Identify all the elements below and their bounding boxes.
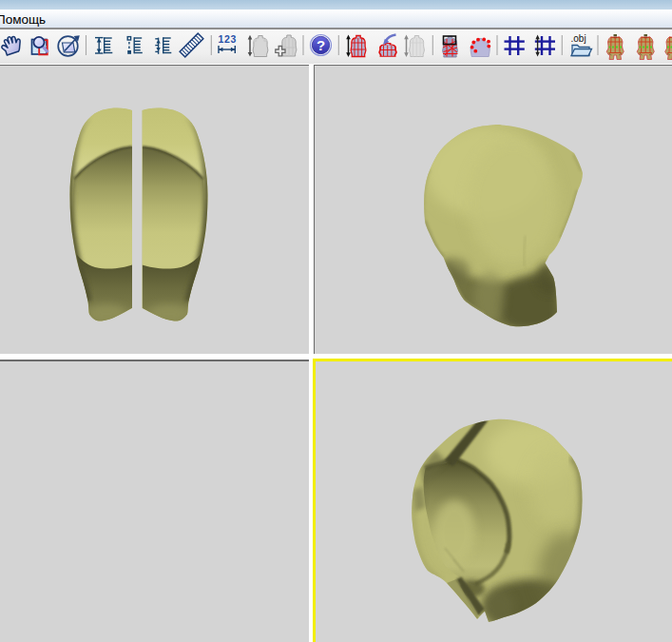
- svg-text:123: 123: [219, 33, 237, 45]
- svg-text:.obj: .obj: [571, 33, 586, 44]
- svg-text:?: ?: [317, 37, 325, 53]
